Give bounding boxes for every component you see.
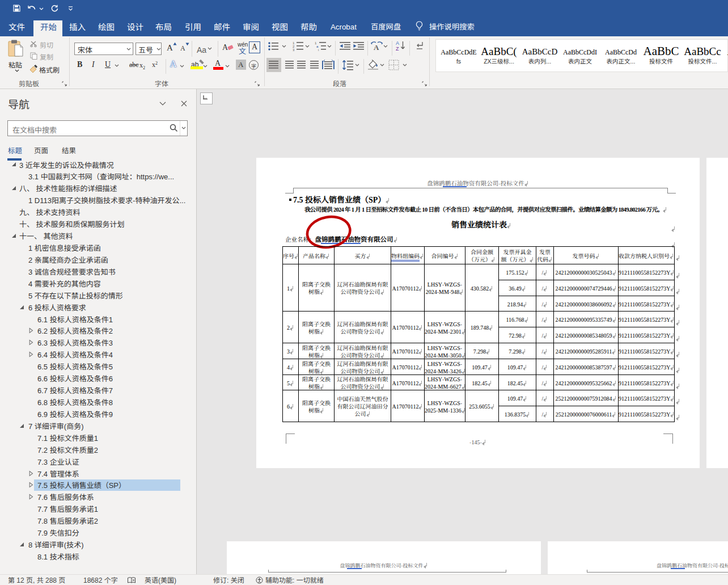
svg-text:Z: Z <box>396 46 399 51</box>
svg-text:i: i <box>318 47 319 51</box>
svg-text:A: A <box>374 43 379 50</box>
svg-text:A: A <box>396 40 399 46</box>
svg-text:3: 3 <box>293 47 295 51</box>
